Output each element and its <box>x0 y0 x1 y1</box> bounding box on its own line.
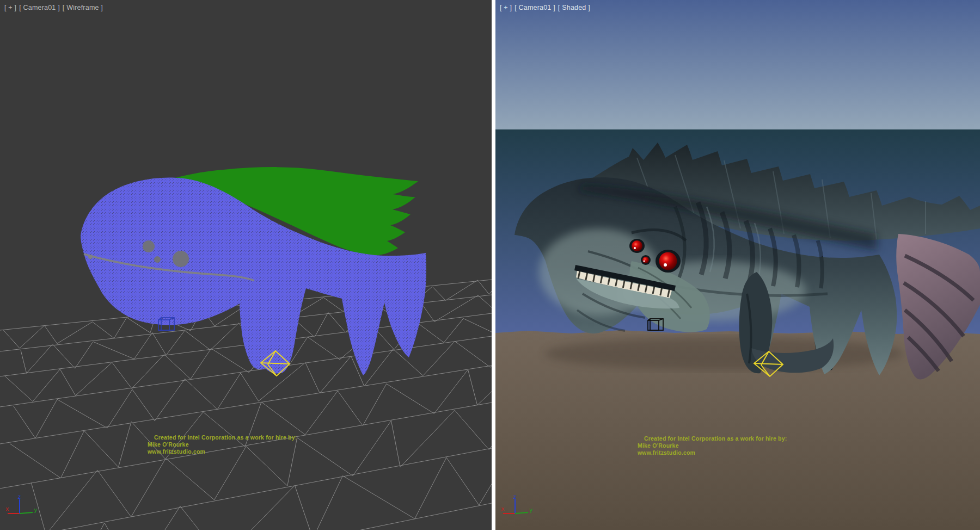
fish-eye-large-red <box>659 252 677 270</box>
credit-text-block: Created for Intel Corporation as a work … <box>638 435 787 456</box>
viewport-menu-shading[interactable]: [ Wireframe ] <box>63 4 103 11</box>
credit-line-3: www.fritzstudio.com <box>638 449 787 456</box>
fish-mouth-corner-wire <box>88 255 93 259</box>
fish-eye-small-wire <box>143 240 155 252</box>
axis-y-label: y <box>529 506 533 514</box>
axis-z-label: z <box>513 494 517 500</box>
axis-z-label: z <box>17 494 21 500</box>
viewport-label-right: [ + ][ Camera01 ][ Shaded ] <box>500 4 593 11</box>
viewport-wireframe[interactable]: [ + ][ Camera01 ][ Wireframe ] Created f… <box>0 0 492 530</box>
credit-line-3: www.fritzstudio.com <box>148 448 297 455</box>
credit-text-block: Created for Intel Corporation as a work … <box>148 434 297 455</box>
viewport-menu-camera[interactable]: [ Camera01 ] <box>19 4 60 11</box>
credit-line-1: Created for Intel Corporation as a work … <box>148 434 297 441</box>
viewport-menu-plus[interactable]: [ + ] <box>4 4 16 11</box>
viewport-shaded[interactable]: [ + ][ Camera01 ][ Shaded ] Created for … <box>495 0 980 530</box>
fish-ground-shadow <box>544 337 904 370</box>
fish-eye-tiny-wire <box>154 256 161 263</box>
credit-line-2: Mike O'Rourke <box>148 441 297 448</box>
credit-line-2: Mike O'Rourke <box>638 442 787 449</box>
fish-eye-small-red <box>632 240 642 251</box>
credit-line-1: Created for Intel Corporation as a work … <box>638 435 787 442</box>
viewport-menu-plus[interactable]: [ + ] <box>500 4 512 11</box>
axis-x-label: x <box>5 505 9 512</box>
fish-model-wireframe[interactable] <box>81 167 426 375</box>
viewport-label-left: [ + ][ Camera01 ][ Wireframe ] <box>4 4 106 11</box>
dual-viewport-stage: [ + ][ Camera01 ][ Wireframe ] Created f… <box>0 0 980 532</box>
axis-y-label: y <box>34 506 38 514</box>
axis-x-label: x <box>501 505 505 512</box>
viewport-menu-camera[interactable]: [ Camera01 ] <box>514 4 555 11</box>
world-axis-gizmo: x z y <box>499 494 534 521</box>
viewport-menu-shading[interactable]: [ Shaded ] <box>558 4 590 11</box>
world-axis-gizmo: x z y <box>3 494 38 521</box>
fish-eye-large-wire <box>173 251 189 267</box>
fish-eye-tiny-red <box>642 257 649 263</box>
sky-gradient <box>495 0 980 129</box>
